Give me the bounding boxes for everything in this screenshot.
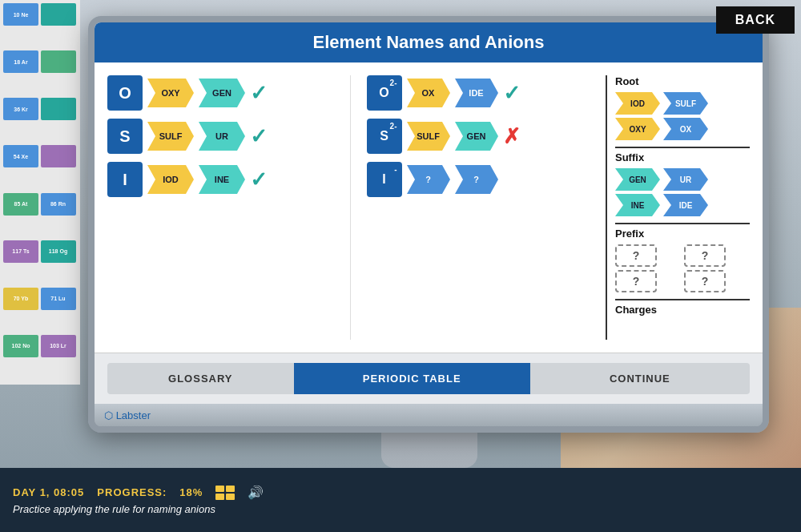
pt-cell: 70 Yb bbox=[3, 288, 38, 310]
panel-chevron-OX: OX bbox=[663, 118, 708, 140]
pt-cell: 54 Xe bbox=[3, 145, 38, 167]
panel-chevron-SULF: SULF bbox=[663, 92, 708, 115]
element-row-O2minus: O2- OX IDE bbox=[367, 75, 594, 111]
panel-chevron-IDE: IDE bbox=[663, 194, 708, 216]
panel-divider-suffix bbox=[615, 223, 750, 224]
chevron-IDE: IDE bbox=[455, 79, 498, 107]
check-I: ✓ bbox=[250, 167, 268, 192]
prefix-q2: ? bbox=[684, 244, 726, 267]
pt-cell: 118 Og bbox=[41, 240, 76, 263]
cross-S2: ✗ bbox=[503, 124, 521, 149]
root-label: Root bbox=[615, 75, 750, 87]
pt-cell bbox=[41, 3, 76, 26]
element-row-O: O OXY GEN bbox=[107, 75, 334, 111]
suffix-chevrons: GEN UR INE IDE bbox=[615, 168, 750, 216]
element-row-S: S SULF UR ✓ bbox=[107, 119, 334, 154]
chevron-question1: ? bbox=[407, 165, 450, 194]
pt-cell: 71 Lu bbox=[41, 288, 76, 310]
check-O: ✓ bbox=[250, 81, 268, 106]
column-divider bbox=[350, 75, 351, 340]
continue-button[interactable]: CONTINUE bbox=[530, 363, 750, 394]
chevron-UR: UR bbox=[199, 122, 245, 151]
glossary-button[interactable]: GLOSSARY bbox=[107, 363, 294, 394]
prefix-q3: ? bbox=[615, 270, 657, 292]
anion-symbol-I: I- bbox=[367, 162, 402, 197]
pt-cell: 86 Rn bbox=[41, 193, 76, 216]
pt-cell bbox=[41, 98, 76, 120]
element-row-I: I IOD INE ✓ bbox=[107, 162, 334, 197]
bottom-bar: DAY 1, 08:05 PROGRESS: 18% 🔊 Practice ap… bbox=[0, 468, 801, 532]
progress-squares-icon bbox=[215, 486, 235, 500]
panel-chevron-UR: UR bbox=[663, 168, 708, 191]
progress-value: 18% bbox=[179, 486, 203, 498]
chevron-IOD: IOD bbox=[147, 165, 194, 194]
element-symbol-I: I bbox=[107, 162, 143, 197]
labster-logo: ⬡ Labster bbox=[104, 409, 151, 421]
progress-label: PROGRESS: bbox=[97, 486, 167, 498]
suffix-label: Suffix bbox=[615, 151, 750, 163]
panel-chevron-GEN: GEN bbox=[615, 168, 660, 191]
check-S: ✓ bbox=[250, 124, 268, 149]
volume-icon[interactable]: 🔊 bbox=[248, 485, 264, 500]
element-row-S2minus: S2- SULF GEN bbox=[367, 119, 594, 154]
panel-divider-root bbox=[615, 147, 750, 148]
neutral-elements-col: O OXY GEN bbox=[107, 75, 334, 340]
pt-cell: 85 At bbox=[3, 193, 38, 216]
chevron-GEN-anion: GEN bbox=[455, 122, 498, 151]
reference-panel: Root IOD SULF OXY bbox=[606, 75, 750, 340]
pt-cell: 103 Lr bbox=[41, 335, 76, 357]
anion-symbol-S2: S2- bbox=[367, 119, 402, 154]
pt-cell bbox=[41, 145, 76, 167]
panel-divider-prefix bbox=[615, 299, 750, 300]
panel-chevron-IOD: IOD bbox=[615, 92, 660, 115]
screen-title: Element Names and Anions bbox=[95, 22, 763, 62]
prefix-grid: ? ? ? ? bbox=[615, 244, 750, 292]
check-O2: ✓ bbox=[503, 81, 521, 106]
monitor: Element Names and Anions O OXY bbox=[88, 16, 769, 433]
element-symbol-S: S bbox=[107, 119, 143, 154]
chevron-OX: OX bbox=[407, 79, 450, 107]
periodic-table-button[interactable]: PERIODIC TABLE bbox=[294, 363, 530, 394]
chevron-INE: INE bbox=[199, 165, 245, 194]
periodic-table-wall: 10 Ne 18 Ar 36 Kr 54 Xe 85 At 86 Rn 117 … bbox=[0, 0, 80, 385]
chevron-GEN: GEN bbox=[199, 79, 245, 107]
prefix-q1: ? bbox=[615, 244, 657, 267]
anion-symbol-O2: O2- bbox=[367, 75, 402, 111]
chevron-OXY: OXY bbox=[147, 79, 194, 107]
prefix-label: Prefix bbox=[615, 228, 750, 240]
charges-label: Charges bbox=[615, 304, 750, 316]
pt-cell: 10 Ne bbox=[3, 3, 38, 26]
element-symbol-O: O bbox=[107, 75, 143, 111]
pt-cell: 102 No bbox=[3, 335, 38, 357]
day-time: DAY 1, 08:05 bbox=[13, 486, 84, 498]
main-rows: O OXY GEN bbox=[107, 75, 750, 340]
screen-buttons: GLOSSARY PERIODIC TABLE CONTINUE bbox=[95, 353, 763, 404]
panel-chevron-INE: INE bbox=[615, 194, 660, 216]
monitor-screen: Element Names and Anions O OXY bbox=[95, 22, 763, 404]
subtitle: Practice applying the rule for naming an… bbox=[13, 503, 788, 515]
prefix-q4: ? bbox=[684, 270, 726, 292]
chevron-question2: ? bbox=[455, 165, 498, 194]
screen-content: O OXY GEN bbox=[95, 62, 763, 353]
chevron-SULF: SULF bbox=[147, 122, 194, 151]
anion-elements-col: O2- OX IDE bbox=[367, 75, 594, 340]
root-chevrons: IOD SULF OXY OX bbox=[615, 92, 750, 140]
panel-chevron-OXY: OXY bbox=[615, 118, 660, 140]
pt-cell: 36 Kr bbox=[3, 98, 38, 120]
element-row-Iminus: I- ? ? bbox=[367, 162, 594, 197]
chevron-SULF-anion: SULF bbox=[407, 122, 450, 151]
pt-cell bbox=[41, 50, 76, 73]
monitor-bottom: ⬡ Labster bbox=[95, 404, 763, 426]
bottom-info: DAY 1, 08:05 PROGRESS: 18% 🔊 bbox=[13, 485, 788, 500]
back-button[interactable]: BACK bbox=[716, 6, 795, 34]
pt-cell: 117 Ts bbox=[3, 240, 38, 263]
pt-cell: 18 Ar bbox=[3, 50, 38, 73]
